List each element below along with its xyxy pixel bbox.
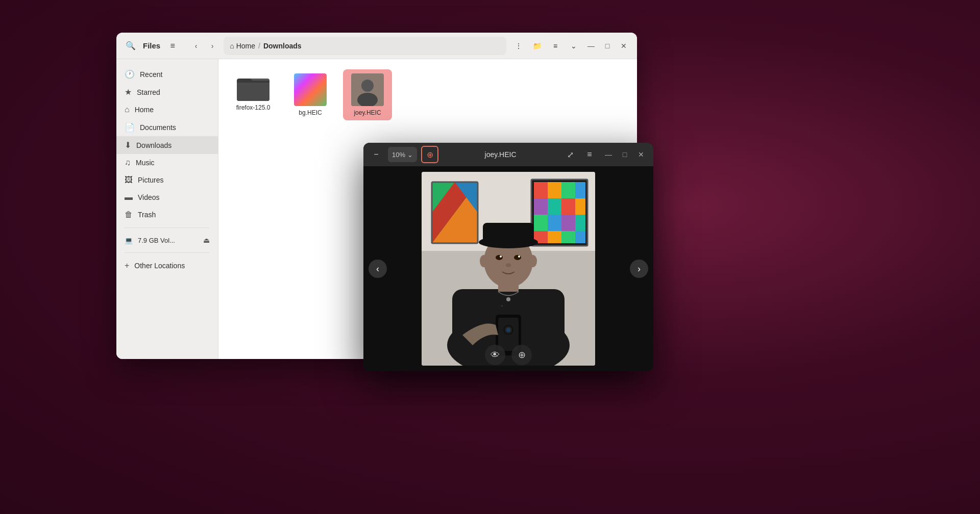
- sidebar-item-videos[interactable]: ▬ Videos: [116, 189, 218, 206]
- viewer-maximize-button[interactable]: □: [618, 147, 632, 162]
- svg-rect-23: [548, 198, 561, 215]
- viewer-zoom-button[interactable]: ⊕: [511, 345, 532, 365]
- sidebar-label-other-locations: Other Locations: [134, 262, 185, 270]
- sidebar-item-recent[interactable]: 🕐 Recent: [116, 65, 218, 83]
- location-entry-button[interactable]: 📁: [529, 38, 545, 54]
- svg-rect-18: [534, 182, 548, 198]
- close-button[interactable]: ✕: [617, 39, 631, 53]
- sidebar-divider: [125, 227, 210, 228]
- sidebar-label-videos: Videos: [138, 193, 160, 201]
- sidebar-label-starred: Starred: [137, 88, 160, 96]
- forward-icon: ›: [211, 42, 214, 50]
- search-button[interactable]: 🔍: [122, 38, 139, 54]
- zoom-out-button[interactable]: −: [369, 147, 384, 162]
- viewer-menu-button[interactable]: ≡: [582, 147, 597, 162]
- previous-image-button[interactable]: ‹: [369, 260, 387, 278]
- view-dropdown-button[interactable]: ⌄: [566, 38, 582, 54]
- svg-point-4: [360, 76, 375, 93]
- svg-point-46: [506, 263, 511, 267]
- sidebar-item-starred[interactable]: ★ Starred: [116, 83, 218, 101]
- svg-text:●: ●: [501, 303, 503, 308]
- sidebar-divider-2: [125, 252, 210, 253]
- zoom-fit-icon: ⊕: [427, 150, 433, 160]
- next-image-button[interactable]: ›: [630, 260, 648, 278]
- zoom-out-icon: −: [374, 150, 378, 159]
- viewer-maximize-icon: □: [623, 150, 627, 159]
- hamburger-menu-button[interactable]: ≡: [164, 38, 181, 54]
- sidebar-item-music[interactable]: ♫ Music: [116, 154, 218, 171]
- svg-rect-24: [561, 198, 575, 215]
- sidebar-label-downloads: Downloads: [136, 141, 172, 149]
- svg-rect-19: [548, 182, 561, 198]
- svg-rect-28: [561, 215, 575, 231]
- sidebar-volume-item[interactable]: 💻 7.9 GB Vol... ⏏: [116, 232, 218, 248]
- volume-left: 💻 7.9 GB Vol...: [125, 237, 175, 244]
- volume-label: 7.9 GB Vol...: [138, 237, 175, 244]
- viewer-close-icon: ✕: [638, 150, 644, 159]
- downloads-icon: ⬇: [125, 140, 131, 150]
- heic-icon-bg: [294, 73, 327, 106]
- sidebar-label-trash: Trash: [138, 211, 156, 219]
- svg-rect-26: [534, 215, 548, 231]
- breadcrumb-separator: /: [258, 42, 260, 50]
- titlebar-left-group: 🔍 Files ≡: [122, 38, 181, 54]
- svg-point-43: [514, 255, 521, 260]
- breadcrumb[interactable]: ⌂ Home / Downloads: [224, 37, 506, 55]
- file-name-bg: bg.HEIC: [299, 109, 322, 116]
- home-nav-icon: ⌂: [125, 105, 130, 114]
- view-dropdown-icon: ⌄: [571, 42, 577, 50]
- file-item-joey[interactable]: joey.HEIC: [343, 69, 392, 120]
- file-item-bg[interactable]: bg.HEIC: [286, 69, 335, 120]
- viewer-properties-button[interactable]: 👁: [485, 345, 505, 365]
- sidebar-item-pictures[interactable]: 🖼 Pictures: [116, 171, 218, 189]
- svg-point-45: [518, 255, 520, 258]
- viewer-window-controls: — □ ✕: [601, 147, 648, 162]
- sidebar-item-home[interactable]: ⌂ Home: [116, 101, 218, 118]
- more-options-icon: ⋮: [515, 42, 522, 50]
- search-icon: 🔍: [126, 41, 136, 50]
- more-options-button[interactable]: ⋮: [510, 38, 527, 54]
- viewer-minimize-button[interactable]: —: [601, 147, 616, 162]
- svg-rect-22: [534, 198, 548, 215]
- file-name-joey: joey.HEIC: [354, 109, 381, 116]
- zoom-level-button[interactable]: 10% ⌄: [388, 147, 417, 162]
- zoom-icon: ⊕: [518, 349, 526, 361]
- hamburger-icon: ≡: [170, 41, 175, 50]
- bg-heic-preview: [294, 73, 327, 106]
- trash-icon: 🗑: [125, 210, 133, 219]
- svg-rect-41: [483, 223, 534, 244]
- svg-rect-3: [351, 73, 384, 88]
- viewer-close-button[interactable]: ✕: [634, 147, 648, 162]
- viewer-titlebar: − 10% ⌄ ⊕ joey.HEIC ⤢ ≡ — □ ✕: [363, 143, 653, 166]
- file-item-firefox[interactable]: firefox-125.0: [229, 69, 278, 115]
- starred-icon: ★: [125, 87, 132, 97]
- svg-rect-6: [356, 92, 379, 106]
- maximize-icon: □: [605, 42, 609, 50]
- view-list-button[interactable]: ≡: [547, 38, 564, 54]
- music-icon: ♫: [125, 158, 131, 167]
- viewer-expand-button[interactable]: ⤢: [562, 147, 578, 162]
- zoom-dropdown-icon: ⌄: [407, 151, 413, 159]
- next-icon: ›: [638, 264, 641, 274]
- sidebar-label-pictures: Pictures: [138, 176, 164, 184]
- window-title: Files: [143, 41, 160, 50]
- back-button[interactable]: ‹: [189, 39, 203, 53]
- back-icon: ‹: [195, 42, 198, 50]
- forward-button[interactable]: ›: [205, 39, 219, 53]
- svg-point-53: [506, 328, 510, 332]
- viewer-filename: joey.HEIC: [443, 150, 558, 159]
- zoom-fit-button[interactable]: ⊕: [421, 146, 438, 163]
- sidebar-item-other-locations[interactable]: + Other Locations: [116, 257, 218, 274]
- svg-rect-1: [237, 82, 270, 101]
- videos-icon: ▬: [125, 193, 133, 202]
- minimize-button[interactable]: —: [584, 39, 598, 53]
- other-locations-icon: +: [125, 261, 129, 270]
- file-manager-titlebar: 🔍 Files ≡ ‹ › ⌂ Home / Downloads: [116, 33, 637, 59]
- sidebar-item-downloads[interactable]: ⬇ Downloads: [116, 136, 218, 154]
- eject-button[interactable]: ⏏: [203, 236, 210, 244]
- sidebar-item-documents[interactable]: 📄 Documents: [116, 118, 218, 136]
- svg-point-8: [365, 91, 370, 96]
- maximize-button[interactable]: □: [600, 39, 615, 53]
- sidebar-item-trash[interactable]: 🗑 Trash: [116, 206, 218, 223]
- svg-rect-21: [575, 182, 585, 198]
